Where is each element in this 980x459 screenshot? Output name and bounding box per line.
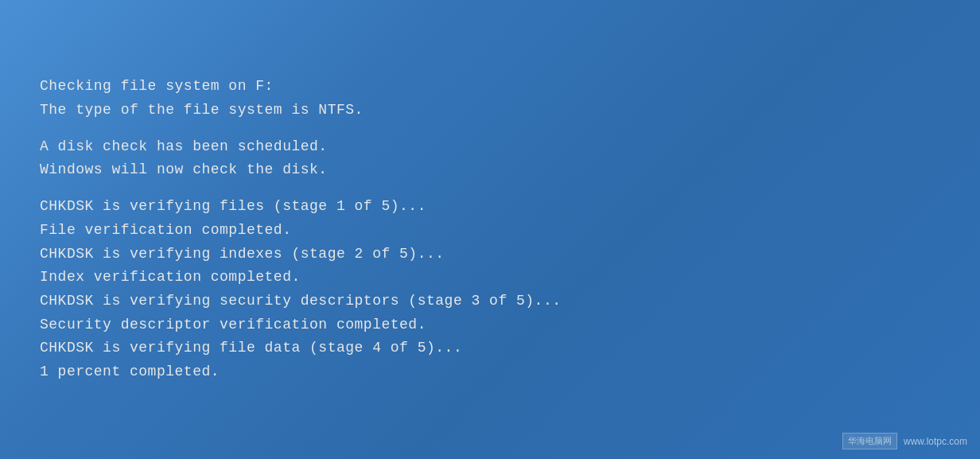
terminal-line: CHKDSK is verifying security descriptors… xyxy=(40,290,940,313)
terminal-line: CHKDSK is verifying indexes (stage 2 of … xyxy=(40,243,940,266)
watermark-site: 华海电脑网 xyxy=(842,433,897,449)
terminal-line: File verification completed. xyxy=(40,219,940,243)
terminal-line: Checking file system on F: xyxy=(40,75,940,99)
chkdsk-screen: Checking file system on F:The type of th… xyxy=(0,0,980,459)
terminal-line: CHKDSK is verifying file data (stage 4 o… xyxy=(40,336,940,360)
terminal-line: Windows will now check the disk. xyxy=(40,158,940,182)
terminal-line: Index verification completed. xyxy=(40,266,940,290)
terminal-line: Security descriptor verification complet… xyxy=(40,313,940,337)
terminal-line: The type of the file system is NTFS. xyxy=(40,99,940,123)
watermark-url: www.lotpc.com xyxy=(904,436,967,447)
terminal-line: A disk check has been scheduled. xyxy=(40,135,940,159)
watermark: 华海电脑网 www.lotpc.com xyxy=(842,433,967,449)
terminal-line: 1 percent completed. xyxy=(40,360,940,384)
terminal-line xyxy=(40,123,940,135)
terminal-line: CHKDSK is verifying files (stage 1 of 5)… xyxy=(40,195,940,219)
terminal-output: Checking file system on F:The type of th… xyxy=(40,75,940,384)
terminal-line xyxy=(40,182,940,195)
